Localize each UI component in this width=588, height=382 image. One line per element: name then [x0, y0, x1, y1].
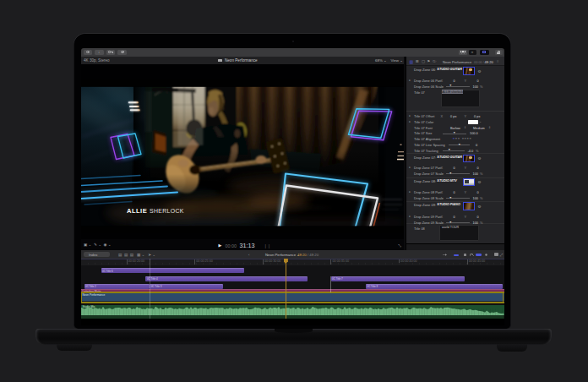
svg-text:ALLIE: ALLIE	[127, 207, 147, 215]
svg-text:SHERLOCK: SHERLOCK	[150, 208, 184, 214]
